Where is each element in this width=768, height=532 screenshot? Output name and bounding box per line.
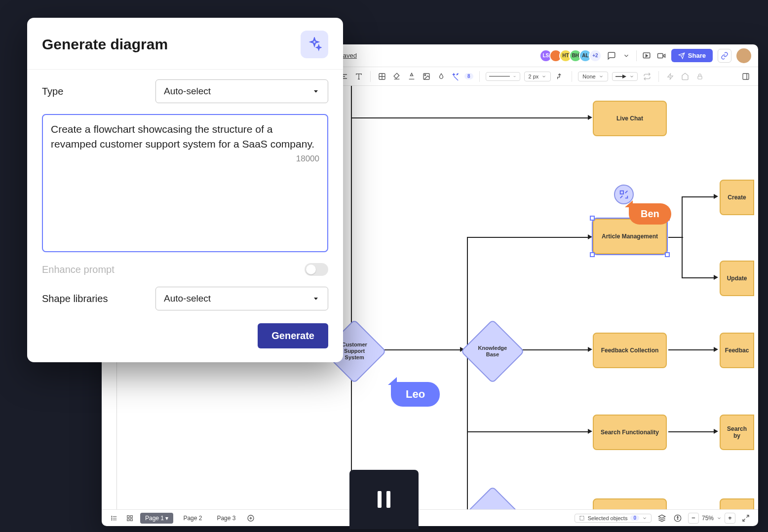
libs-dropdown[interactable]: Auto-select [155, 287, 328, 310]
share-button[interactable]: Share [671, 49, 713, 62]
line-style-dropdown[interactable] [486, 72, 520, 81]
home-icon[interactable] [680, 71, 691, 82]
node-label: Search by [724, 425, 750, 439]
swap-icon[interactable] [642, 71, 653, 82]
generate-button[interactable]: Generate [258, 323, 328, 348]
list-view-icon[interactable] [109, 513, 119, 524]
node-assign-to[interactable]: Assign t [720, 498, 754, 509]
caret-icon[interactable] [717, 516, 722, 521]
node-ticket-assignment[interactable]: Ticket Assignment [593, 498, 667, 509]
comment-icon[interactable] [607, 51, 616, 61]
collaborator-stack[interactable]: LS HT BH AL +2 [542, 49, 602, 62]
image-icon[interactable] [421, 71, 432, 82]
avatar-more[interactable]: +2 [589, 49, 602, 62]
leo-cursor-tail [388, 377, 397, 385]
ben-cursor-tail [625, 200, 633, 207]
add-page-button[interactable] [245, 513, 256, 524]
prompt-text: Create a flowchart showcasing the struct… [51, 122, 319, 152]
node-label: Live Chat [616, 115, 643, 122]
sparkle-icon [307, 37, 322, 52]
arrowhead-icon [714, 194, 718, 199]
share-label: Share [688, 52, 706, 59]
separator [479, 71, 480, 82]
node-search-functionality[interactable]: Search Functionality [593, 415, 667, 450]
zoom-in-button[interactable]: + [725, 513, 735, 524]
bottombar-right: Selected objects 0 − 75% + [575, 513, 751, 524]
svg-point-18 [424, 75, 426, 76]
type-dropdown[interactable]: Auto-select [155, 79, 328, 103]
arrowhead-icon [714, 347, 718, 352]
chevron-down-icon[interactable] [621, 51, 631, 61]
profile-avatar[interactable] [736, 48, 751, 63]
separator [658, 71, 659, 82]
enhance-toggle[interactable] [305, 263, 328, 276]
svg-rect-39 [580, 516, 584, 520]
node-feedback[interactable]: Feedbac [720, 333, 754, 368]
zoom-out-button[interactable]: − [688, 513, 699, 524]
svg-marker-46 [314, 298, 318, 300]
start-arrow-dropdown[interactable]: None [578, 72, 608, 81]
edge [351, 86, 352, 509]
caret-icon [513, 74, 516, 79]
bolt-icon[interactable] [665, 71, 676, 82]
grid-view-icon[interactable] [124, 513, 135, 524]
selection-handle[interactable] [590, 216, 595, 221]
pause-overlay[interactable] [349, 470, 419, 529]
node-create[interactable]: Create [720, 180, 754, 215]
node-label: Feedbac [725, 347, 749, 354]
node-update[interactable]: Update [720, 261, 754, 296]
separator [572, 71, 572, 82]
node-label: Feedback Collection [601, 347, 659, 354]
svg-line-43 [746, 515, 749, 518]
present-icon[interactable] [642, 51, 652, 61]
svg-rect-32 [127, 515, 129, 517]
panel-toggle-icon[interactable] [740, 71, 751, 82]
edge [682, 196, 714, 197]
video-icon[interactable] [656, 51, 666, 61]
edge [668, 237, 683, 238]
layout-icon[interactable] [377, 71, 387, 82]
connector-icon[interactable] [555, 71, 566, 82]
prompt-textarea[interactable]: Create a flowchart showcasing the struct… [42, 114, 328, 252]
link-button[interactable] [718, 49, 731, 63]
page-tab-3[interactable]: Page 3 [212, 513, 240, 524]
edge [668, 431, 714, 432]
stroke-width-dropdown[interactable]: 2 px [524, 72, 551, 81]
fullscreen-icon[interactable] [740, 513, 751, 524]
arrow-preview-icon [615, 74, 626, 79]
node-search-by[interactable]: Search by [720, 415, 754, 450]
selected-label: Selected objects [588, 515, 628, 521]
ai-sparkle-button[interactable] [301, 31, 328, 58]
text-icon[interactable] [353, 71, 364, 82]
svg-point-42 [677, 516, 678, 517]
ben-cursor: Ben [629, 203, 671, 225]
page-tab-2[interactable]: Page 2 [178, 513, 207, 524]
node-knowledge-base[interactable]: Knowledge Base [461, 319, 525, 383]
node-support-agents[interactable]: Support Agents [461, 486, 525, 509]
svg-rect-2 [657, 53, 663, 58]
page-tab-1[interactable]: Page 1 ▾ [140, 513, 173, 524]
svg-rect-23 [743, 74, 749, 79]
node-live-chat[interactable]: Live Chat [593, 101, 667, 136]
selected-objects-dropdown[interactable]: Selected objects 0 [575, 514, 652, 523]
svg-marker-20 [622, 75, 626, 78]
node-feedback-collection[interactable]: Feedback Collection [593, 333, 667, 368]
svg-marker-45 [314, 90, 318, 93]
node-label: Search Functionality [601, 429, 659, 436]
edge [515, 349, 589, 350]
magic-group[interactable]: 8 [451, 71, 473, 82]
highlight-icon[interactable] [406, 71, 417, 82]
end-arrow-dropdown[interactable] [612, 72, 638, 81]
lock-icon[interactable] [694, 71, 705, 82]
drop-icon[interactable] [436, 71, 447, 82]
cursor-label: Leo [406, 388, 425, 401]
selection-handle[interactable] [665, 252, 670, 257]
leo-cursor: Leo [391, 382, 440, 407]
generate-diagram-dialog: Generate diagram Type Auto-select Create… [27, 18, 343, 362]
accessibility-icon[interactable] [672, 513, 683, 524]
cursor-label: Ben [641, 208, 659, 220]
fill-icon[interactable] [391, 71, 402, 82]
svg-rect-22 [698, 76, 702, 79]
layers-icon[interactable] [656, 513, 667, 524]
selection-handle[interactable] [590, 252, 595, 257]
